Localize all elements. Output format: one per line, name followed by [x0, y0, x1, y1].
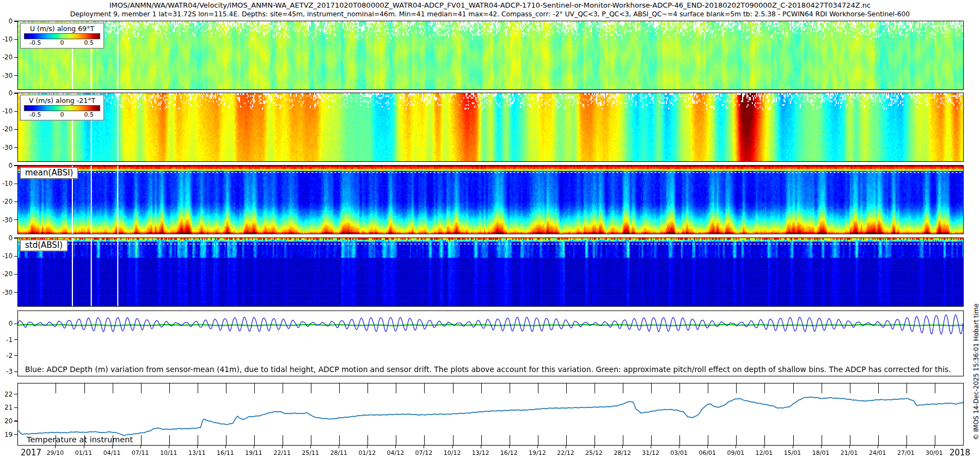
- date-tick-mark: [395, 446, 396, 448]
- y-tick-label: -20: [0, 125, 13, 133]
- date-tick-mark: [594, 446, 595, 448]
- y-tick-mark: [14, 256, 17, 257]
- y-tick-label: -20: [0, 198, 13, 205]
- y-tick-label: -10: [0, 252, 13, 260]
- date-tick-label: 25/12: [585, 449, 603, 456]
- date-tick-mark: [793, 446, 793, 448]
- y-tick-label: -2: [0, 352, 13, 360]
- y-tick-label: -3: [0, 368, 13, 375]
- panel-std-absi: 0-10-20-30 std(ABSI): [17, 237, 964, 307]
- date-tick-mark: [821, 446, 822, 448]
- date-tick-label: 19/12: [529, 449, 546, 456]
- std-absi-heatmap-canvas: [18, 238, 963, 306]
- date-tick-mark: [140, 446, 141, 448]
- date-tick-mark: [367, 446, 367, 448]
- y-tick-label: 0: [0, 17, 13, 25]
- date-tick-mark: [736, 446, 736, 448]
- y-tick-label: -30: [0, 288, 13, 296]
- date-tick-label: 03/01: [670, 449, 688, 456]
- colorbar-tick-label: -0.5: [29, 39, 41, 46]
- date-tick-mark: [310, 446, 311, 448]
- y-tick-mark: [14, 324, 17, 324]
- u-colorbar-title: U (m/s) along 69°T: [24, 25, 100, 33]
- date-tick-mark: [537, 446, 538, 448]
- date-tick-label: 06/01: [699, 449, 716, 456]
- date-tick-label: 13/11: [188, 449, 206, 456]
- date-tick-mark: [112, 446, 113, 448]
- date-tick-mark: [934, 446, 935, 448]
- y-tick-label: 19: [0, 430, 13, 438]
- panel-u-velocity: 0-10-20-30 U (m/s) along 69°T -0.500.5: [17, 21, 964, 90]
- colorbar-tick-label: 0.5: [84, 111, 94, 118]
- date-tick-mark: [906, 446, 906, 448]
- u-colorbar-legend: U (m/s) along 69°T -0.500.5: [20, 23, 104, 48]
- colorbar-tick-label: 0.5: [84, 39, 94, 46]
- std-absi-label: std(ABSI): [20, 240, 68, 251]
- y-tick-label: -20: [0, 53, 13, 61]
- date-tick-label: 13/12: [472, 449, 489, 456]
- date-tick-mark: [509, 446, 510, 448]
- date-tick-label: 28/11: [330, 449, 347, 456]
- date-tick-label: 21/01: [841, 449, 858, 456]
- figure-title-line2: Deployment 9, member 1 lat=31.72S lon=11…: [0, 10, 980, 18]
- date-tick-label: 01/11: [75, 449, 93, 456]
- y-tick-mark: [14, 147, 17, 148]
- date-tick-label: 31/12: [642, 449, 659, 456]
- date-tick-label: 18/01: [812, 449, 830, 456]
- date-tick-mark: [481, 446, 481, 448]
- y-tick-mark: [14, 21, 17, 21]
- v-colorbar-gradient: [24, 105, 100, 111]
- adcp-figure: IMOS/ANMN/WA/WATR04/Velocity/IMOS_ANMN-W…: [0, 0, 980, 463]
- y-tick-mark: [14, 274, 17, 275]
- date-tick-label: 24/01: [869, 449, 886, 456]
- y-tick-label: 0: [0, 320, 13, 327]
- y-tick-mark: [14, 202, 17, 202]
- date-tick-label: 25/11: [302, 449, 319, 456]
- date-tick-label: 01/12: [358, 449, 376, 456]
- date-tick-mark: [452, 446, 453, 448]
- date-tick-mark: [707, 446, 708, 448]
- y-tick-mark: [14, 407, 17, 408]
- y-tick-label: -30: [0, 143, 13, 151]
- y-tick-label: 0: [0, 162, 13, 169]
- y-tick-label: -10: [0, 107, 13, 115]
- date-tick-label: 12/01: [756, 449, 773, 456]
- date-tick-label: 22/11: [273, 449, 291, 456]
- panel-v-velocity: 0-10-20-30 V (m/s) along -21°T -0.500.5: [17, 93, 964, 162]
- date-tick-mark: [169, 446, 169, 448]
- date-tick-label: 10/11: [160, 449, 177, 456]
- temperature-line-canvas: [18, 383, 963, 445]
- date-tick-mark: [424, 446, 424, 448]
- colorbar-tick-label: 0: [60, 111, 64, 118]
- y-tick-label: 0: [0, 89, 13, 97]
- panel-depth-variation: 0-1-2-3 Blue: ADCP Depth (m) variation f…: [17, 310, 964, 376]
- u-velocity-heatmap-canvas: [18, 21, 963, 89]
- mean-absi-heatmap-canvas: [18, 166, 963, 234]
- colorbar-tick-label: 0: [60, 39, 64, 46]
- y-tick-mark: [14, 129, 17, 130]
- year-label-right: 2018: [950, 448, 970, 458]
- date-tick-label: 29/10: [47, 449, 64, 456]
- depth-variation-note: Blue: ADCP Depth (m) variation from sens…: [25, 365, 951, 374]
- y-tick-label: -1: [0, 336, 13, 343]
- y-tick-mark: [14, 39, 17, 40]
- date-tick-mark: [878, 446, 878, 448]
- date-tick-mark: [197, 446, 198, 448]
- y-tick-label: 21: [0, 404, 13, 411]
- imos-credit-watermark: © IMOS 14-Dec-2025 15:36:01 Hobart time: [972, 303, 980, 440]
- temperature-label: Temperature at instrument: [27, 435, 133, 444]
- y-tick-mark: [14, 371, 17, 372]
- colorbar-tick-label: -0.5: [29, 111, 41, 118]
- y-tick-label: 22: [0, 390, 13, 398]
- y-tick-label: 0: [0, 234, 13, 242]
- y-tick-mark: [14, 75, 17, 76]
- date-tick-label: 04/12: [387, 449, 405, 456]
- v-colorbar-title: V (m/s) along -21°T: [24, 96, 100, 105]
- date-tick-mark: [849, 446, 850, 448]
- v-velocity-heatmap-canvas: [18, 93, 963, 161]
- y-tick-mark: [14, 93, 17, 93]
- y-tick-label: -20: [0, 270, 13, 278]
- date-tick-label: 09/01: [727, 449, 745, 456]
- date-tick-label: 30/01: [926, 449, 943, 456]
- date-tick-mark: [651, 446, 651, 448]
